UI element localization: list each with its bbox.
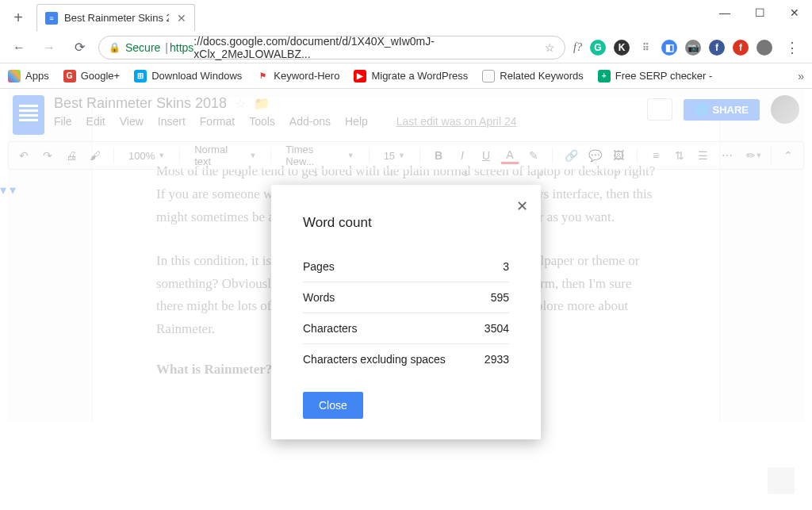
extension-icons: f? G K ⠿ ◧ 📷 f f ⋮ [573,39,804,56]
stat-label: Characters excluding spaces [303,353,446,366]
share-button[interactable]: 🌐SHARE [684,99,760,121]
close-icon[interactable]: ✕ [516,197,528,215]
comments-icon[interactable] [647,98,672,121]
bookmark-star-icon[interactable]: ☆ [545,41,555,54]
bold-button[interactable]: B [430,147,447,164]
menu-file[interactable]: File [54,115,72,128]
stat-value: 595 [491,291,509,304]
tab-close-icon[interactable]: ✕ [177,12,186,25]
word-count-dialog: ✕ Word count Pages 3 Words 595 Character… [271,185,541,439]
image-button[interactable]: 🖼 [610,147,627,164]
bookmark-overflow-icon[interactable]: » [798,70,804,82]
ext-f-red-icon[interactable]: f [733,40,749,56]
lock-icon: 🔒 [109,42,121,53]
docs-toolbar: ↶ ↷ 🖨 🖌 100%▼ Normal text▼ Times New...▼… [8,141,804,170]
align-button[interactable]: ≡ [647,147,665,164]
windows-icon: ⊞ [134,70,147,82]
docs-favicon-icon: ≡ [45,12,58,25]
stat-label: Characters [303,322,357,335]
new-tab-button[interactable]: + [6,6,30,29]
chrome-menu-button[interactable]: ⋮ [780,39,804,56]
keyword-icon: ⚑ [256,70,269,82]
zoom-select[interactable]: 100%▼ [124,148,170,163]
bookmark-download-windows[interactable]: ⊞Download Windows [134,70,242,82]
text-color-button[interactable]: A [501,147,519,164]
dialog-title: Word count [303,215,509,231]
ext-dots-icon[interactable]: ⠿ [638,40,653,56]
close-button[interactable]: Close [303,392,363,419]
profile-avatar-icon[interactable] [756,40,772,56]
italic-button[interactable]: I [454,147,471,164]
font-select[interactable]: Times New...▼ [281,142,358,169]
ext-whatfont-icon[interactable]: f? [573,41,582,54]
gplus-icon: G [63,70,76,82]
browser-tab-bar: + ≡ Best Rainmeter Skins 201 ✕ [0,0,812,32]
bookmark-keyword-hero[interactable]: ⚑Keyword-Hero [256,70,339,82]
menu-insert[interactable]: Insert [158,115,186,128]
forward-button[interactable]: → [38,36,60,59]
stat-row-characters: Characters 3504 [303,313,509,344]
explore-button[interactable] [768,467,795,494]
browser-tab[interactable]: ≡ Best Rainmeter Skins 201 ✕ [36,4,195,31]
star-icon[interactable]: ☆ [235,96,246,111]
bookmark-bar: Apps GGoogle+ ⊞Download Windows ⚑Keyword… [0,63,812,89]
editing-mode-button[interactable]: ✏ ▼ [745,147,763,164]
highlight-button[interactable]: ✎ [525,147,542,164]
url-input[interactable]: 🔒 Secure | https://docs.google.com/docum… [98,36,565,59]
indent-marker-icon[interactable]: ▾ [0,183,6,197]
stat-row-pages: Pages 3 [303,251,509,282]
url-scheme: https [170,41,193,54]
menu-view[interactable]: View [120,115,144,128]
menu-help[interactable]: Help [345,115,368,128]
bookmark-migrate-wordpress[interactable]: ▶Migrate a WordPress [354,70,468,82]
style-select[interactable]: Normal text▼ [190,142,261,169]
menu-addons[interactable]: Add-ons [289,115,331,128]
address-bar: ← → ⟳ 🔒 Secure | https://docs.google.com… [0,32,812,63]
docs-menu-bar: File Edit View Insert Format Tools Add-o… [54,115,517,128]
reload-button[interactable]: ⟳ [68,36,90,59]
docs-logo-icon[interactable] [13,95,44,135]
bookmark-apps[interactable]: Apps [8,70,49,82]
maximize-button[interactable]: ☐ [742,0,777,25]
bookmark-google-plus[interactable]: GGoogle+ [63,70,121,82]
line-spacing-button[interactable]: ⇅ [671,147,688,164]
url-path: ://docs.google.com/document/d/1X40X_wIw0… [193,35,545,60]
list-button[interactable]: ☰ [695,147,712,164]
font-size-select[interactable]: 15▼ [379,148,410,163]
ext-camera-icon[interactable]: 📷 [685,40,701,56]
document-title[interactable]: Best Rainmeter Skins 2018 [54,95,227,112]
minimize-button[interactable]: — [707,0,742,25]
ext-grammarly-icon[interactable]: G [590,40,606,56]
docs-title-block: Best Rainmeter Skins 2018 ☆ 📁 File Edit … [54,95,517,128]
comment-button[interactable]: 💬 [586,147,603,164]
undo-button[interactable]: ↶ [15,147,33,164]
folder-icon[interactable]: 📁 [254,96,270,111]
bookmark-related-keywords[interactable]: Related Keywords [482,70,584,82]
close-window-button[interactable]: ✕ [777,0,812,25]
indent-marker-right-icon[interactable]: ▾ [10,183,16,197]
tab-title: Best Rainmeter Skins 201 [64,12,169,24]
menu-edit[interactable]: Edit [86,115,105,128]
account-avatar[interactable] [771,95,799,124]
expand-button[interactable]: ⌃ [779,147,797,164]
last-edit-link[interactable]: Last edit was on April 24 [396,115,517,128]
stat-value: 3 [503,260,509,273]
ext-k-icon[interactable]: K [614,40,630,56]
ext-facebook-icon[interactable]: f [709,40,725,56]
link-button[interactable]: 🔗 [562,147,580,164]
underline-button[interactable]: U [477,147,495,164]
more-button[interactable]: ⋯ [718,147,736,164]
print-button[interactable]: 🖨 [63,147,80,164]
serp-icon: + [598,70,611,82]
doc-icon [482,70,495,82]
bookmark-serp-checker[interactable]: +Free SERP checker - [598,70,713,82]
menu-tools[interactable]: Tools [249,115,275,128]
apps-icon [8,70,21,82]
back-button[interactable]: ← [8,36,30,59]
window-controls: — ☐ ✕ [707,0,812,25]
paint-format-button[interactable]: 🖌 [86,147,104,164]
menu-format[interactable]: Format [200,115,235,128]
youtube-icon: ▶ [354,70,366,82]
redo-button[interactable]: ↷ [39,147,56,164]
ext-blue-icon[interactable]: ◧ [661,40,677,56]
